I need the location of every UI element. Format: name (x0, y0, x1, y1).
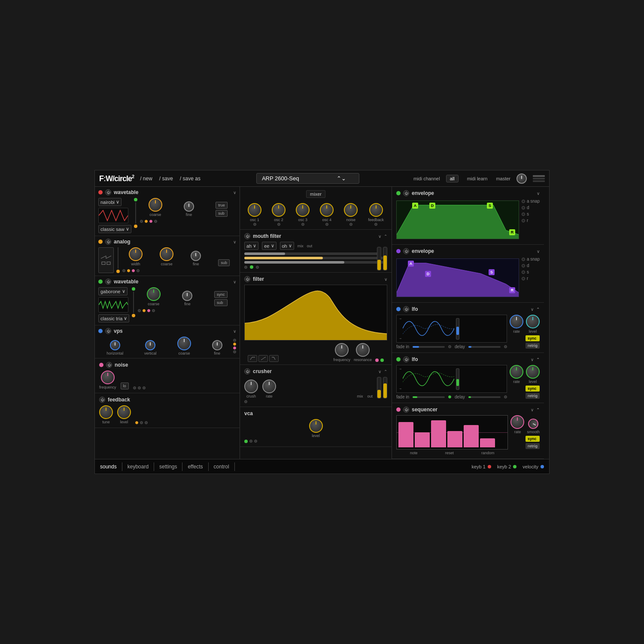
master-knob[interactable] (516, 173, 527, 184)
seq-bar-2[interactable] (415, 432, 430, 447)
lfo1-retrig-btn[interactable]: retrig (526, 343, 540, 349)
filter-type-2[interactable] (258, 355, 268, 362)
env2-r-opt[interactable]: r (522, 276, 540, 281)
seq-bar-4[interactable] (447, 431, 462, 448)
noise-lo-btn[interactable]: lo (121, 383, 129, 389)
filter-power[interactable]: ⏻ (244, 276, 250, 282)
mouth-filter-power[interactable]: ⏻ (244, 233, 250, 239)
osc1-preset2[interactable]: classic saw ∨ (98, 225, 131, 233)
lfo1-rate-knob[interactable] (510, 315, 523, 328)
osc2-power[interactable]: ⏻ (105, 239, 111, 245)
lfo1-power[interactable]: ⏻ (403, 306, 409, 312)
filter-res-knob[interactable] (356, 343, 370, 357)
osc3-fine-knob[interactable] (182, 291, 192, 301)
lfo1-up[interactable]: ⌃ (536, 307, 540, 312)
mixer-osc3-knob[interactable] (296, 203, 310, 217)
lfo2-sync-btn[interactable]: sync (526, 386, 540, 392)
nav-sounds[interactable]: sounds (100, 462, 122, 471)
osc4-horizontal-knob[interactable] (110, 340, 120, 350)
osc3-coarse-knob[interactable] (147, 287, 161, 301)
seq-smooth-knob[interactable] (526, 417, 541, 431)
osc2-dropdown[interactable]: ∨ (233, 240, 236, 244)
osc3-sub-btn[interactable]: sub (214, 299, 228, 306)
osc3-preset1[interactable]: gaborone ∨ (98, 287, 128, 295)
lfo2-level-knob[interactable] (526, 365, 540, 379)
env2-power[interactable]: ⏻ (403, 248, 409, 254)
seq-dropdown[interactable]: ∨ (531, 407, 534, 412)
crusher-out-fader[interactable] (383, 377, 387, 398)
env1-dropdown[interactable]: ∨ (537, 191, 540, 196)
osc1-preset1[interactable]: nairobi ∨ (98, 198, 122, 206)
seq-sync-btn[interactable]: sync (526, 436, 540, 442)
seq-bar-5[interactable] (464, 425, 479, 448)
mouth-filter-dropdown[interactable]: ∨ (378, 234, 381, 239)
mixer-osc1-knob[interactable] (248, 203, 261, 217)
noise-freq-knob[interactable] (101, 371, 115, 384)
lfo2-retrig-btn[interactable]: retrig (526, 393, 540, 399)
osc4-power[interactable]: ⏻ (105, 328, 111, 334)
feedback-power[interactable]: ⏻ (99, 397, 105, 403)
feedback-tune-knob[interactable] (99, 405, 113, 419)
crusher-dropdown[interactable]: ∨ (378, 369, 381, 374)
save-as-menu[interactable]: / save as (178, 175, 202, 182)
osc2-width-knob[interactable] (129, 247, 143, 261)
mouth-mix-fader[interactable] (377, 247, 381, 270)
lfo1-sync-btn[interactable]: sync (526, 335, 540, 341)
crusher-rate-knob[interactable] (262, 380, 276, 393)
osc1-coarse-knob[interactable] (149, 198, 162, 212)
crusher-power[interactable]: ⏻ (244, 368, 250, 374)
osc1-fine-knob[interactable] (184, 201, 194, 212)
midi-learn-button[interactable]: midi learn (465, 175, 490, 182)
osc1-dropdown[interactable]: ∨ (233, 190, 236, 195)
osc4-coarse-knob[interactable] (177, 337, 191, 350)
osc1-sync-btn[interactable]: true (216, 202, 228, 209)
mixer-osc4-knob[interactable] (320, 203, 334, 217)
osc4-dropdown[interactable]: ∨ (233, 329, 236, 334)
osc3-power[interactable]: ⏻ (105, 279, 111, 285)
env1-r-opt[interactable]: r (522, 218, 540, 223)
seq-up[interactable]: ⌃ (536, 407, 540, 412)
mouth-out-fader[interactable] (383, 247, 387, 270)
env2-a-snap[interactable]: a snap (522, 257, 540, 261)
lfo2-dropdown[interactable]: ∨ (531, 357, 534, 362)
filter-freq-knob[interactable] (335, 343, 349, 357)
osc1-power[interactable]: ⏻ (105, 189, 111, 195)
osc4-fine-knob[interactable] (212, 340, 222, 350)
new-menu[interactable]: / new (138, 175, 154, 182)
osc3-sync-btn[interactable]: sync (214, 291, 228, 298)
crusher-crush-knob[interactable] (244, 380, 258, 393)
feedback-level-knob[interactable] (117, 405, 131, 419)
mouth-ah-select[interactable]: ah ∨ (244, 242, 258, 250)
nav-control[interactable]: control (214, 462, 235, 471)
env1-s-opt[interactable]: s (522, 212, 540, 216)
seq-retrig-btn[interactable]: retrig (526, 443, 540, 449)
osc2-coarse-knob[interactable] (160, 247, 173, 261)
noise-power[interactable]: ⏻ (106, 362, 112, 368)
lfo1-dropdown[interactable]: ∨ (531, 307, 534, 312)
osc2-fine-knob[interactable] (191, 251, 201, 261)
env2-d-opt[interactable]: d (522, 263, 540, 268)
crusher-more[interactable]: ⌃ (384, 369, 387, 374)
lfo2-rate-knob[interactable] (510, 365, 523, 379)
lfo2-power[interactable]: ⏻ (403, 356, 409, 362)
env1-d-opt[interactable]: d (522, 205, 540, 210)
osc4-vertical-knob[interactable] (145, 340, 155, 350)
nav-keyboard[interactable]: keyboard (128, 462, 154, 471)
save-menu[interactable]: / save (158, 175, 175, 182)
osc3-dropdown[interactable]: ∨ (233, 279, 236, 284)
nav-effects[interactable]: effects (188, 462, 208, 471)
midi-channel-value[interactable]: all (446, 175, 459, 182)
mixer-osc2-knob[interactable] (272, 203, 286, 217)
filter-type-1[interactable] (248, 355, 257, 362)
mouth-oh-select[interactable]: oh ∨ (280, 242, 294, 250)
osc2-sub-btn[interactable]: sub (218, 259, 230, 266)
seq-bar-3[interactable] (431, 420, 446, 447)
seq-rate-knob[interactable] (510, 415, 524, 429)
lfo1-level-knob[interactable] (526, 315, 540, 328)
crusher-mix-fader[interactable] (377, 377, 381, 398)
mixer-noise-knob[interactable] (344, 203, 358, 217)
nav-settings[interactable]: settings (159, 462, 182, 471)
mouth-ee-select[interactable]: ee ∨ (262, 242, 276, 250)
vca-level-knob[interactable] (309, 419, 323, 433)
mixer-feedback-knob[interactable] (369, 203, 383, 217)
